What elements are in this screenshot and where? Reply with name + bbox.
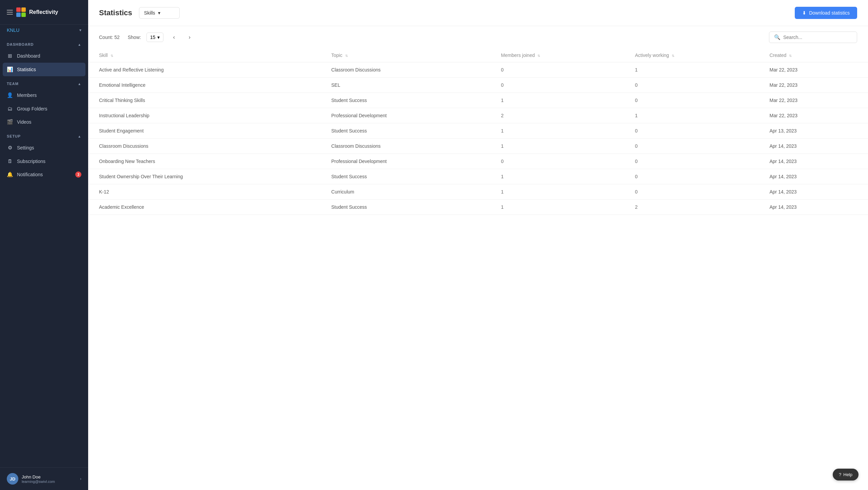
main-content: Statistics Skills ▾ ⬇ Download statistic…	[88, 0, 868, 490]
table-row[interactable]: Active and Reflective Listening Classroo…	[88, 62, 868, 78]
table-wrapper: Skill ⇅ Topic ⇅ Members joined ⇅ Activel…	[88, 48, 868, 490]
count-label: Count: 52	[99, 35, 120, 40]
cell-actively-working: 0	[624, 93, 759, 108]
cell-actively-working: 0	[624, 154, 759, 169]
col-members-joined[interactable]: Members joined ⇅	[490, 48, 624, 62]
cell-skill: Student Ownership Over Their Learning	[88, 169, 320, 184]
help-button[interactable]: ? Help	[833, 469, 859, 481]
subscriptions-icon: 🗓	[7, 158, 13, 164]
table-row[interactable]: Academic Excellence Student Success 1 2 …	[88, 200, 868, 215]
cell-skill: Academic Excellence	[88, 200, 320, 215]
show-select[interactable]: 15 ▾	[146, 33, 164, 42]
sidebar-item-notifications[interactable]: 🔔 Notifications 3	[0, 168, 88, 181]
cell-created: Apr 14, 2023	[758, 200, 868, 215]
table-row[interactable]: Classroom Discussions Classroom Discussi…	[88, 139, 868, 154]
sort-working-icon: ⇅	[672, 54, 674, 58]
col-topic[interactable]: Topic ⇅	[320, 48, 490, 62]
search-input[interactable]	[783, 35, 852, 40]
search-box[interactable]: 🔍	[769, 32, 857, 43]
cell-skill: Instructional Leadership	[88, 108, 320, 123]
cell-actively-working: 0	[624, 78, 759, 93]
user-email: learning@swivl.com	[22, 479, 77, 484]
table-row[interactable]: Critical Thinking Skills Student Success…	[88, 93, 868, 108]
table-row[interactable]: Emotional Intelligence SEL 0 0 Mar 22, 2…	[88, 78, 868, 93]
dashboard-section-header[interactable]: DASHBOARD ▲	[0, 37, 88, 49]
setup-section-header[interactable]: SETUP ▲	[0, 129, 88, 141]
table-row[interactable]: K-12 Curriculum 1 0 Apr 14, 2023	[88, 184, 868, 200]
col-skill[interactable]: Skill ⇅	[88, 48, 320, 62]
cell-topic: Curriculum	[320, 184, 490, 200]
table-row[interactable]: Instructional Leadership Professional De…	[88, 108, 868, 123]
prev-page-button[interactable]: ‹	[169, 32, 179, 42]
sidebar-item-statistics[interactable]: 📊 Statistics	[3, 63, 85, 76]
cell-actively-working: 0	[624, 169, 759, 184]
search-icon: 🔍	[774, 34, 781, 40]
cell-created: Apr 13, 2023	[758, 123, 868, 139]
sidebar-item-dashboard[interactable]: ⊞ Dashboard	[0, 49, 88, 63]
org-section: KNLU ▾	[0, 25, 88, 37]
filter-chevron-icon: ▾	[158, 10, 160, 16]
user-name: John Doe	[22, 474, 77, 479]
cell-topic: SEL	[320, 78, 490, 93]
cell-members-joined: 0	[490, 78, 624, 93]
show-value: 15	[150, 35, 156, 40]
page-header: Statistics Skills ▾ ⬇ Download statistic…	[88, 0, 868, 26]
sidebar-header: Reflectivity	[0, 0, 88, 25]
sidebar-item-members[interactable]: 👤 Members	[0, 88, 88, 102]
filter-dropdown[interactable]: Skills ▾	[139, 7, 180, 19]
cell-created: Mar 22, 2023	[758, 78, 868, 93]
cell-topic: Student Success	[320, 93, 490, 108]
download-icon: ⬇	[802, 10, 806, 16]
sidebar: Reflectivity KNLU ▾ DASHBOARD ▲ ⊞ Dashbo…	[0, 0, 88, 490]
page-title: Statistics	[99, 8, 132, 17]
sidebar-item-subscriptions[interactable]: 🗓 Subscriptions	[0, 155, 88, 168]
app-logo	[16, 7, 26, 17]
table-row[interactable]: Student Ownership Over Their Learning St…	[88, 169, 868, 184]
setup-section: SETUP ▲ ⚙ Settings 🗓 Subscriptions 🔔 Not…	[0, 129, 88, 181]
cell-created: Apr 14, 2023	[758, 139, 868, 154]
sidebar-item-group-folders[interactable]: 🗂 Group Folders	[0, 102, 88, 115]
settings-icon: ⚙	[7, 145, 13, 151]
table-body: Active and Reflective Listening Classroo…	[88, 62, 868, 215]
show-chevron-icon: ▾	[157, 35, 160, 40]
user-info: John Doe learning@swivl.com	[22, 474, 77, 484]
cell-members-joined: 0	[490, 62, 624, 78]
cell-created: Mar 22, 2023	[758, 108, 868, 123]
next-page-button[interactable]: ›	[184, 32, 195, 42]
user-profile[interactable]: JD John Doe learning@swivl.com ›	[0, 467, 88, 490]
cell-created: Apr 14, 2023	[758, 154, 868, 169]
setup-chevron-icon: ▲	[78, 135, 81, 138]
table-row[interactable]: Student Engagement Student Success 1 0 A…	[88, 123, 868, 139]
team-section-header[interactable]: TEAM ▲	[0, 76, 88, 88]
table-header: Skill ⇅ Topic ⇅ Members joined ⇅ Activel…	[88, 48, 868, 62]
cell-created: Apr 14, 2023	[758, 169, 868, 184]
org-selector[interactable]: KNLU ▾	[0, 25, 88, 37]
hamburger-icon[interactable]	[7, 10, 13, 15]
brand-name: Reflectivity	[29, 9, 58, 15]
cell-skill: Student Engagement	[88, 123, 320, 139]
cell-skill: Emotional Intelligence	[88, 78, 320, 93]
sidebar-item-settings[interactable]: ⚙ Settings	[0, 141, 88, 155]
cell-actively-working: 2	[624, 200, 759, 215]
table-controls: Count: 52 Show: 15 ▾ ‹ › 🔍	[88, 26, 868, 48]
col-actively-working[interactable]: Actively working ⇅	[624, 48, 759, 62]
sidebar-item-videos[interactable]: 🎬 Videos	[0, 115, 88, 129]
notifications-icon: 🔔	[7, 171, 13, 178]
cell-skill: Active and Reflective Listening	[88, 62, 320, 78]
download-statistics-button[interactable]: ⬇ Download statistics	[795, 7, 857, 19]
cell-topic: Student Success	[320, 123, 490, 139]
col-created[interactable]: Created ⇅	[758, 48, 868, 62]
table-row[interactable]: Onboarding New Teachers Professional Dev…	[88, 154, 868, 169]
notification-badge: 3	[75, 171, 81, 178]
cell-members-joined: 1	[490, 200, 624, 215]
cell-topic: Classroom Discussions	[320, 62, 490, 78]
sort-topic-icon: ⇅	[345, 54, 348, 58]
dashboard-section: DASHBOARD ▲ ⊞ Dashboard 📊 Statistics	[0, 37, 88, 76]
chevron-up-icon: ▲	[78, 43, 81, 46]
cell-created: Apr 14, 2023	[758, 184, 868, 200]
members-icon: 👤	[7, 92, 13, 98]
cell-topic: Classroom Discussions	[320, 139, 490, 154]
cell-members-joined: 1	[490, 93, 624, 108]
dashboard-icon: ⊞	[7, 53, 13, 59]
sort-skill-icon: ⇅	[111, 54, 113, 58]
